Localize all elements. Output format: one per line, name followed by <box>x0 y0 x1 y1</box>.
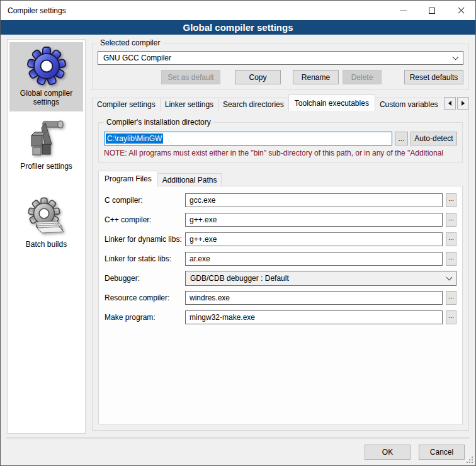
compiler-actions: Set as default Copy Rename Delete Reset … <box>98 70 463 84</box>
dynamic-linker-browse-button[interactable]: ... <box>446 232 456 246</box>
tab-linker-settings[interactable]: Linker settings <box>160 98 218 111</box>
delete-button[interactable]: Delete <box>343 70 382 84</box>
c-compiler-input[interactable] <box>185 193 443 207</box>
c-compiler-label: C compiler: <box>105 196 185 205</box>
cpp-compiler-label: C++ compiler: <box>105 215 185 224</box>
close-icon <box>457 6 465 14</box>
make-program-browse-button[interactable]: ... <box>446 310 456 324</box>
rename-button[interactable]: Rename <box>293 70 339 84</box>
tab-toolchain-executables[interactable]: Toolchain executables <box>288 94 375 111</box>
static-linker-input[interactable] <box>185 252 443 266</box>
debugger-select[interactable]: GDB/CDB debugger : Default <box>185 271 456 286</box>
gear-blue-icon <box>26 46 67 86</box>
tab-compiler-settings[interactable]: Compiler settings <box>92 98 161 111</box>
settings-tabstrip: Compiler settings Linker settings Search… <box>92 94 469 111</box>
selected-compiler-group: Selected compiler GNU GCC Compiler Set a… <box>92 43 469 90</box>
chevron-down-icon <box>446 274 453 280</box>
dialog-body: Global compiler settings Profiler settin… <box>1 35 475 438</box>
dynamic-linker-label: Linker for dynamic libs: <box>105 235 185 244</box>
installation-directory-value: C:\raylib\MinGW <box>106 134 163 144</box>
program-files-page: C compiler: ... C++ compiler: ... Linker… <box>98 186 463 424</box>
tab-custom-variables[interactable]: Custom variables <box>375 98 443 111</box>
make-program-label: Make program: <box>105 313 185 322</box>
sidebar-item-batch-builds[interactable]: Batch builds <box>9 193 83 254</box>
resize-grip[interactable] <box>467 457 473 463</box>
batch-builds-icon <box>26 197 67 237</box>
debugger-label: Debugger: <box>105 274 185 283</box>
sidebar-item-label: Profiler settings <box>11 162 82 171</box>
dynamic-linker-row: Linker for dynamic libs: ... <box>105 232 456 246</box>
window-controls <box>388 1 475 20</box>
debugger-row: Debugger: GDB/CDB debugger : Default <box>105 271 456 285</box>
resource-compiler-row: Resource compiler: ... <box>105 291 456 305</box>
arrow-left-icon <box>448 101 451 106</box>
cpp-compiler-browse-button[interactable]: ... <box>446 213 456 227</box>
chevron-down-icon <box>453 54 459 60</box>
program-files-tabstrip: Program Files Additional Paths <box>98 171 463 186</box>
installation-directory-input[interactable]: C:\raylib\MinGW <box>104 132 392 145</box>
maximize-icon <box>429 8 435 14</box>
c-compiler-browse-button[interactable]: ... <box>446 193 456 207</box>
cpp-compiler-input[interactable] <box>185 213 443 227</box>
set-as-default-button[interactable]: Set as default <box>161 70 220 84</box>
toolchain-executables-page: Compiler's installation directory C:\ray… <box>92 110 469 431</box>
browse-directory-button[interactable]: ... <box>395 132 408 145</box>
ok-button[interactable]: OK <box>365 445 411 460</box>
dialog-footer: OK Cancel <box>6 438 470 465</box>
reset-defaults-button[interactable]: Reset defaults <box>404 70 463 84</box>
compiler-select[interactable]: GNU GCC Compiler <box>98 51 463 65</box>
maximize-button[interactable] <box>417 1 446 20</box>
sidebar-item-label: Batch builds <box>11 240 82 249</box>
cpp-compiler-row: C++ compiler: ... <box>105 213 456 227</box>
dynamic-linker-input[interactable] <box>185 232 443 246</box>
resource-compiler-label: Resource compiler: <box>105 293 185 302</box>
settings-sidebar: Global compiler settings Profiler settin… <box>7 39 86 434</box>
copy-button[interactable]: Copy <box>235 70 281 84</box>
c-compiler-row: C compiler: ... <box>105 193 456 207</box>
resource-compiler-input[interactable] <box>185 291 443 305</box>
minimize-button[interactable] <box>388 1 417 20</box>
cancel-button[interactable]: Cancel <box>419 445 465 460</box>
installation-directory-group: Compiler's installation directory C:\ray… <box>98 122 463 163</box>
make-program-input[interactable] <box>185 310 443 324</box>
static-linker-browse-button[interactable]: ... <box>446 252 456 266</box>
tab-scroll-left-button[interactable] <box>444 97 456 110</box>
profiler-caliper-icon <box>26 119 67 159</box>
tab-additional-paths[interactable]: Additional Paths <box>157 173 222 186</box>
sidebar-item-global-compiler-settings[interactable]: Global compiler settings <box>9 42 83 111</box>
compiler-select-value: GNU GCC Compiler <box>103 54 171 62</box>
tab-search-directories[interactable]: Search directories <box>218 98 289 111</box>
static-linker-label: Linker for static libs: <box>105 254 185 263</box>
resource-compiler-browse-button[interactable]: ... <box>446 291 456 305</box>
sidebar-item-label: Global compiler settings <box>11 89 82 106</box>
page-title: Global compiler settings <box>1 20 475 35</box>
static-linker-row: Linker for static libs: ... <box>105 252 456 266</box>
sidebar-item-profiler-settings[interactable]: Profiler settings <box>9 115 83 176</box>
window-title: Compiler settings <box>1 6 66 15</box>
tab-scroll-buttons <box>442 96 469 110</box>
make-program-row: Make program: ... <box>105 310 456 324</box>
selected-compiler-legend: Selected compiler <box>98 38 162 48</box>
minimize-icon <box>400 10 407 11</box>
auto-detect-button[interactable]: Auto-detect <box>411 132 457 145</box>
bin-subdirectory-note: NOTE: All programs must exist either in … <box>104 149 457 157</box>
compiler-settings-dialog: Compiler settings Global compiler settin… <box>0 0 476 466</box>
arrow-right-icon <box>462 101 465 106</box>
tab-program-files[interactable]: Program Files <box>98 171 158 186</box>
installation-directory-row: C:\raylib\MinGW ... Auto-detect <box>104 132 457 145</box>
debugger-select-value: GDB/CDB debugger : Default <box>190 274 289 283</box>
tab-scroll-right-button[interactable] <box>457 97 469 110</box>
close-button[interactable] <box>446 1 475 20</box>
title-bar: Compiler settings <box>1 1 475 20</box>
main-panel: Selected compiler GNU GCC Compiler Set a… <box>92 39 469 434</box>
installation-directory-legend: Compiler's installation directory <box>104 118 213 127</box>
